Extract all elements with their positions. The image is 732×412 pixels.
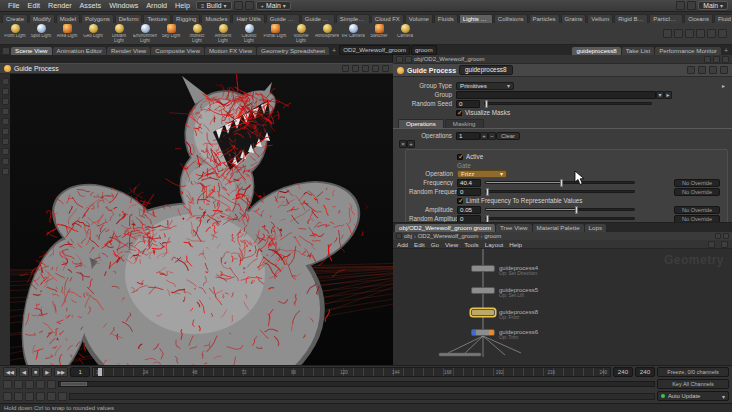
jump-end-button[interactable]: ▶▶: [54, 367, 68, 377]
random-frequency-field[interactable]: 0: [457, 188, 481, 196]
rotate-tool-icon[interactable]: [2, 98, 9, 105]
redo-icon[interactable]: [245, 1, 254, 10]
viewport-toolbar-icon[interactable]: [372, 65, 379, 72]
network-menu-item[interactable]: Go: [431, 241, 439, 248]
pane-tab-left[interactable]: Motion FX View: [205, 47, 256, 55]
breadcrumb-item[interactable]: groom: [481, 233, 502, 239]
performance-icon[interactable]: [58, 392, 67, 401]
shelf-tab[interactable]: Particles: [529, 14, 560, 23]
shelf-tab[interactable]: Deform: [115, 14, 143, 23]
shelf-tab[interactable]: Vellum: [587, 14, 613, 23]
add-pane-tab-button[interactable]: +: [722, 47, 730, 55]
pane-tab-left[interactable]: Composite View: [151, 47, 204, 55]
network-canvas[interactable]: Geometry guideprocess4: [393, 249, 732, 365]
network-tab[interactable]: Tree View: [496, 224, 532, 232]
menu-item[interactable]: Help: [171, 0, 194, 11]
shelf-extra-icon[interactable]: [685, 29, 694, 38]
anim-options-icon[interactable]: [3, 392, 12, 401]
shelf-tab[interactable]: Hair Utils: [232, 14, 264, 23]
auto-update-select[interactable]: Auto Update ▾: [657, 391, 729, 401]
shelf-tool[interactable]: Atmosphere: [315, 24, 339, 43]
node[interactable]: guideprocess5 Op: Set Lift: [471, 287, 641, 299]
simcache-icon[interactable]: [47, 392, 56, 401]
pin-icon[interactable]: [704, 56, 711, 63]
shelf-tool[interactable]: VR Camera: [341, 24, 365, 43]
toolbar-main-button[interactable]: + Main ▾: [256, 1, 291, 10]
menu-item[interactable]: Edit: [24, 0, 44, 11]
context-path-field[interactable]: OD2_Werewolf_groom: [339, 45, 410, 55]
pane-tab-left[interactable]: Render View: [107, 47, 150, 55]
frequency-slider-handle[interactable]: [560, 179, 563, 187]
breadcrumb-item[interactable]: obj: [404, 233, 412, 239]
group-reorder-icon[interactable]: ▸: [664, 91, 672, 99]
select-tool-icon[interactable]: [2, 78, 9, 85]
network-menu-item[interactable]: Add: [397, 241, 408, 248]
viewport-toolbar-icon[interactable]: [342, 65, 349, 72]
desktop-selector-button[interactable]: ≡ Build ▾: [196, 1, 232, 10]
camera-tool-icon[interactable]: [2, 148, 9, 155]
shelf-tab[interactable]: Texture: [143, 14, 171, 23]
layout-icon[interactable]: [676, 1, 685, 10]
tab-masking[interactable]: Masking: [445, 119, 484, 128]
view-tool-icon[interactable]: [2, 118, 9, 125]
lock-icon[interactable]: [396, 233, 402, 239]
realtime-toggle-icon[interactable]: [3, 380, 12, 389]
pane-tab-right[interactable]: guideprocess8: [572, 47, 620, 55]
timeline-ruler[interactable]: 124487296120144168192216240: [92, 367, 611, 377]
shelf-tab[interactable]: Simple FX: [336, 14, 370, 23]
viewport-toolbar-icon[interactable]: [362, 65, 369, 72]
menu-item[interactable]: Arnold: [142, 0, 171, 11]
frequency-field[interactable]: 40.4: [457, 179, 481, 187]
shelf-tab[interactable]: Fluid Containers: [714, 14, 732, 23]
undo-icon[interactable]: [234, 1, 243, 10]
parameter-path[interactable]: obj/OD2_Werewolf_groom: [414, 56, 485, 62]
settings-icon[interactable]: [687, 1, 696, 10]
current-frame-field[interactable]: 1: [70, 367, 90, 377]
expand-arrow-icon[interactable]: ▸: [722, 82, 725, 89]
shelf-tool[interactable]: Point Light: [3, 24, 27, 43]
translate-tool-icon[interactable]: [2, 88, 9, 95]
multiparm-delete-button[interactable]: ×: [399, 140, 407, 148]
amplitude-slider-handle[interactable]: [575, 206, 578, 214]
visualize-masks-checkbox[interactable]: [456, 110, 462, 116]
node[interactable]: guideprocess6 Op: Trim: [471, 329, 641, 341]
group-select-arrow-icon[interactable]: ▾: [656, 91, 664, 99]
frequency-override-button[interactable]: No Override: [674, 179, 720, 187]
menu-item[interactable]: File: [4, 0, 24, 11]
pane-tab-right[interactable]: Take List: [622, 47, 654, 55]
key-all-channels-button[interactable]: Key All Channels: [657, 379, 729, 389]
help-icon[interactable]: [709, 66, 717, 74]
shelf-tab[interactable]: Cloud FX: [371, 14, 404, 23]
active-checkbox[interactable]: [457, 154, 463, 160]
keyframe-icon[interactable]: [47, 380, 56, 389]
stop-button[interactable]: ■: [31, 367, 40, 377]
grid-tool-icon[interactable]: [2, 158, 9, 165]
step-size-icon[interactable]: [36, 380, 45, 389]
scoped-channels-icon[interactable]: [25, 392, 34, 401]
network-tab[interactable]: Lops: [585, 224, 606, 232]
shelf-tab[interactable]: Volume: [405, 14, 433, 23]
pane-tab-left[interactable]: Animation Editor: [53, 47, 106, 55]
shelf-tool[interactable]: Environment Light: [133, 24, 157, 43]
play-button[interactable]: ▶: [42, 367, 52, 377]
pane-tab-left[interactable]: Geometry Spreadsheet: [257, 47, 329, 55]
network-menu-item[interactable]: View: [445, 241, 458, 248]
operations-count-field[interactable]: 1: [456, 132, 480, 140]
shelf-extra-icon[interactable]: [718, 29, 727, 38]
shelf-tab[interactable]: Fluids: [434, 14, 458, 23]
multiparm-insert-button[interactable]: +: [407, 140, 415, 148]
add-operation-button[interactable]: +: [480, 132, 488, 140]
shelf-extra-icon[interactable]: [663, 29, 672, 38]
shelf-tool[interactable]: Camera: [393, 24, 417, 43]
display-tool-icon[interactable]: [2, 138, 9, 145]
shelf-tab[interactable]: Create: [2, 14, 28, 23]
pane-tab-left[interactable]: Scene View: [11, 47, 52, 55]
random-amplitude-slider[interactable]: [485, 217, 635, 220]
network-menu-item[interactable]: Edit: [414, 241, 425, 248]
shelf-tab[interactable]: Rigid Bodies: [614, 14, 648, 23]
shelf-tab[interactable]: Oceans: [684, 14, 713, 23]
shelf-tool[interactable]: Spot Light: [29, 24, 53, 43]
shelf-tab[interactable]: Modify: [29, 14, 55, 23]
network-tab[interactable]: obj/OD2_Werewolf_groom groom: [395, 224, 495, 232]
range-end-field[interactable]: 240: [635, 367, 655, 377]
